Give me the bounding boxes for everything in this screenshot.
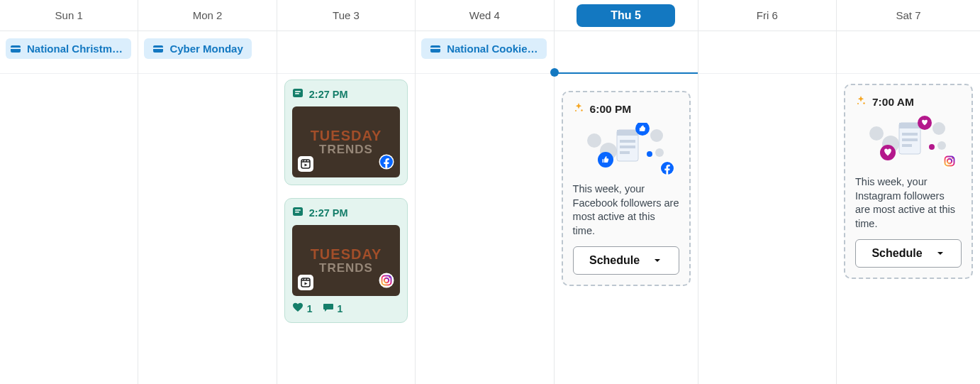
svg-rect-46: [902, 144, 912, 147]
svg-rect-6: [295, 93, 299, 94]
day-label: Wed 4: [469, 9, 500, 21]
suggestion-time: 7:00 AM: [872, 96, 914, 109]
suggestion-time: 6:00 PM: [590, 103, 632, 116]
thumb-subtitle: TRENDS: [311, 262, 382, 275]
svg-rect-45: [902, 138, 918, 141]
day-label: Fri 6: [757, 9, 778, 21]
suggestion-art: [855, 116, 962, 168]
event-lane-sun: National Christm…: [0, 31, 138, 72]
day-header-thu[interactable]: Thu 5: [555, 0, 698, 31]
svg-rect-3: [153, 48, 163, 49]
instagram-icon: [942, 153, 957, 171]
day-header-mon[interactable]: Mon 2: [138, 0, 276, 31]
holiday-chip-sun[interactable]: National Christm…: [6, 38, 131, 59]
svg-rect-12: [295, 212, 299, 213]
svg-point-17: [389, 277, 390, 278]
post-meta: 2:27 PM: [292, 87, 400, 101]
svg-rect-1: [11, 48, 21, 49]
holiday-label: National Christm…: [27, 43, 123, 55]
day-column-sun: Sun 1 National Christm…: [0, 0, 138, 384]
day-column-fri: Fri 6: [698, 0, 837, 384]
svg-point-41: [937, 141, 946, 150]
day-label: Tue 3: [333, 9, 360, 21]
heart-icon: [292, 302, 304, 315]
day-header-sat[interactable]: Sat 7: [837, 0, 980, 31]
today-pill: Thu 5: [577, 4, 675, 27]
post-stats: 1 1: [292, 302, 400, 315]
suggestion-text: This week, your Facebook followers are m…: [573, 182, 679, 238]
svg-point-37: [857, 103, 859, 104]
likes-count: 1: [307, 303, 313, 314]
schedule-button[interactable]: Schedule: [855, 239, 962, 268]
day-column-mon: Mon 2 Cyber Monday: [138, 0, 277, 384]
post-time: 2:27 PM: [309, 89, 348, 100]
svg-rect-5: [295, 91, 301, 92]
suggestion-card-fb[interactable]: 6:00 PM: [562, 91, 691, 286]
post-type-icon: [292, 206, 304, 219]
post-type-icon: [292, 87, 304, 101]
post-thumbnail: TUESDAY TRENDS: [292, 106, 400, 177]
thumb-title: TUESDAY: [311, 128, 382, 143]
svg-rect-7: [301, 160, 310, 168]
suggestion-card-ig[interactable]: 7:00 AM: [844, 84, 973, 279]
post-meta: 2:27 PM: [292, 206, 400, 219]
event-lane-wed: National Cookie…: [416, 31, 553, 72]
thumb-title: TUESDAY: [311, 246, 382, 262]
day-header-sun[interactable]: Sun 1: [0, 0, 138, 31]
day-content-thu: 6:00 PM: [555, 72, 698, 286]
svg-rect-44: [902, 133, 918, 136]
day-column-sat: Sat 7 7:00 AM: [837, 0, 980, 384]
svg-rect-19: [430, 48, 440, 49]
comment-icon: [323, 302, 334, 315]
svg-rect-27: [617, 130, 638, 136]
suggestion-head: 6:00 PM: [573, 102, 679, 116]
facebook-icon: [659, 160, 675, 178]
svg-point-24: [650, 129, 663, 142]
post-thumbnail: TUESDAY TRENDS: [292, 225, 400, 296]
svg-rect-43: [899, 123, 920, 128]
sparkle-icon: [573, 102, 584, 116]
svg-point-40: [932, 122, 945, 135]
post-card-ig[interactable]: 2:27 PM TUESDAY TRENDS: [284, 198, 408, 323]
day-header-tue[interactable]: Tue 3: [277, 0, 415, 31]
instagram-icon: [379, 273, 394, 290]
svg-point-33: [647, 151, 652, 157]
holiday-chip-mon[interactable]: Cyber Monday: [144, 38, 251, 59]
facebook-icon: [379, 154, 394, 172]
day-header-fri[interactable]: Fri 6: [698, 0, 836, 31]
suggestion-art: [573, 123, 679, 175]
suggestion-head: 7:00 AM: [855, 95, 962, 109]
svg-point-36: [863, 102, 864, 104]
svg-rect-13: [301, 278, 310, 287]
holiday-chip-wed[interactable]: National Cookie…: [421, 38, 546, 59]
day-content-sat: 7:00 AM: [837, 72, 980, 279]
schedule-button[interactable]: Schedule: [573, 246, 679, 275]
holiday-label: National Cookie…: [447, 43, 538, 55]
svg-point-21: [575, 110, 577, 111]
day-column-tue: Tue 3 2:27 PM TUESDAY TRENDS: [277, 0, 416, 384]
stat-likes: 1: [292, 302, 313, 315]
reel-icon: [298, 156, 313, 172]
svg-rect-11: [295, 209, 301, 211]
week-calendar: Sun 1 National Christm… Mon 2 Cyber Mond…: [0, 0, 980, 384]
card-icon: [10, 43, 21, 55]
day-label: Sat 7: [896, 9, 920, 21]
suggestion-text: This week, your Instagram followers are …: [855, 175, 962, 231]
post-card-fb[interactable]: 2:27 PM TUESDAY TRENDS: [284, 79, 408, 185]
thumb-subtitle: TRENDS: [311, 143, 382, 156]
day-content-tue: 2:27 PM TUESDAY TRENDS: [277, 72, 415, 323]
day-column-wed: Wed 4 National Cookie…: [416, 0, 554, 384]
day-header-wed[interactable]: Wed 4: [416, 0, 553, 31]
day-label: Mon 2: [193, 9, 223, 21]
svg-point-53: [952, 158, 953, 159]
event-lane-mon: Cyber Monday: [138, 31, 276, 72]
holiday-label: Cyber Monday: [169, 43, 243, 55]
schedule-button-label: Schedule: [589, 254, 640, 267]
reel-icon: [298, 275, 313, 290]
chevron-down-icon: [652, 256, 662, 265]
stat-comments: 1: [323, 302, 343, 315]
chevron-down-icon: [935, 248, 945, 258]
comments-count: 1: [338, 303, 343, 314]
svg-point-22: [587, 133, 601, 148]
svg-point-25: [655, 148, 664, 157]
